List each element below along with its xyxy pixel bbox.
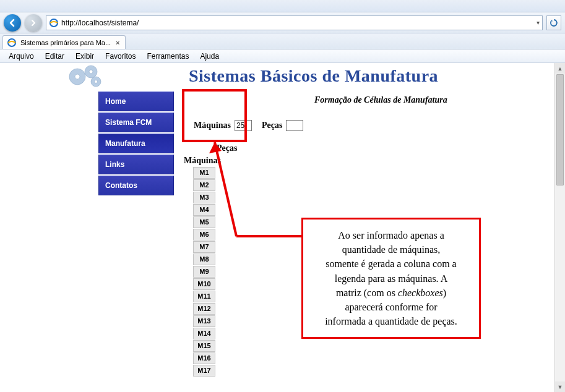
callout-text: matriz (com os bbox=[336, 288, 398, 298]
page-subtitle: Formação de Células de Manufatura bbox=[314, 95, 447, 105]
tab-active[interactable]: Sistemas primários para Ma... × bbox=[2, 35, 126, 49]
machine-cell: M14 bbox=[193, 328, 215, 339]
sidebar-item-manufatura[interactable]: Manufatura bbox=[98, 134, 174, 153]
forward-button[interactable] bbox=[25, 14, 42, 32]
machine-cell: M13 bbox=[193, 315, 215, 327]
browser-nav-bar: ▾ bbox=[0, 12, 565, 33]
tabs-row: Sistemas primários para Ma... × bbox=[0, 33, 565, 49]
svg-point-7 bbox=[95, 80, 98, 83]
sidebar-nav: Home Sistema FCM Manufatura Links Contat… bbox=[98, 92, 174, 197]
machine-cell: M1 bbox=[193, 167, 215, 179]
url-input[interactable] bbox=[61, 17, 534, 29]
annotation-callout: Ao ser informado apenas a quantidade de … bbox=[301, 218, 481, 339]
maquinas-label: Máquinas bbox=[194, 121, 231, 130]
machine-cell: M4 bbox=[193, 204, 215, 216]
machine-cell: M9 bbox=[193, 266, 215, 278]
machine-cell: M12 bbox=[193, 303, 215, 315]
machine-cell: M3 bbox=[193, 192, 215, 203]
machine-column: M1 M2 M3 M4 M5 M6 M7 M8 M9 M10 M11 M12 M… bbox=[193, 167, 215, 377]
callout-text: ) bbox=[443, 288, 446, 298]
callout-text: legenda para as máquinas. A bbox=[335, 273, 448, 284]
menu-ferramentas[interactable]: Ferramentas bbox=[142, 51, 194, 62]
machine-cell: M5 bbox=[193, 216, 215, 228]
callout-text: Ao ser informado apenas a bbox=[338, 230, 444, 241]
menu-exibir[interactable]: Exibir bbox=[71, 51, 99, 62]
maquinas-input[interactable] bbox=[235, 120, 252, 131]
machine-cell: M15 bbox=[193, 340, 215, 352]
machine-cell: M8 bbox=[193, 254, 215, 265]
form-row: Máquinas Peças bbox=[194, 120, 303, 131]
pecas-label: Peças bbox=[262, 121, 282, 130]
machine-cell: M7 bbox=[193, 241, 215, 253]
gears-logo-icon bbox=[65, 63, 108, 89]
annotation-highlight-box bbox=[182, 89, 247, 142]
dropdown-icon[interactable]: ▾ bbox=[537, 19, 540, 26]
scroll-down-icon[interactable]: ▼ bbox=[555, 381, 565, 392]
machine-cell: M10 bbox=[193, 278, 215, 290]
svg-point-5 bbox=[89, 70, 93, 74]
callout-text: informada a quantidade de peças. bbox=[325, 316, 457, 326]
matrix-pecas-header: Peças bbox=[217, 143, 237, 153]
scrollbar[interactable]: ▲ ▼ bbox=[554, 63, 565, 392]
sidebar-item-contatos[interactable]: Contatos bbox=[98, 176, 174, 195]
callout-text-em: checkboxes bbox=[398, 288, 443, 298]
window-titlebar bbox=[0, 0, 565, 12]
back-button[interactable] bbox=[4, 14, 21, 32]
machine-cell: M17 bbox=[193, 365, 215, 377]
svg-point-3 bbox=[75, 74, 80, 79]
address-bar: ▾ bbox=[46, 15, 543, 30]
tab-title: Sistemas primários para Ma... bbox=[20, 39, 111, 46]
machine-cell: M11 bbox=[193, 291, 215, 302]
scroll-thumb[interactable] bbox=[556, 74, 564, 185]
menu-bar: Arquivo Editar Exibir Favoritos Ferramen… bbox=[0, 49, 565, 63]
page-header: Sistemas Básicos de Manufatura bbox=[65, 63, 498, 89]
sidebar-item-home[interactable]: Home bbox=[98, 92, 174, 111]
machine-cell: M2 bbox=[193, 179, 215, 191]
page-content: Sistemas Básicos de Manufatura Formação … bbox=[0, 63, 565, 392]
pecas-input[interactable] bbox=[286, 120, 303, 131]
matrix-maquinas-header: Máquinas bbox=[184, 156, 221, 166]
machine-cell: M6 bbox=[193, 229, 215, 241]
sidebar-item-links[interactable]: Links bbox=[98, 155, 174, 174]
ie-icon bbox=[7, 38, 17, 48]
machine-cell: M16 bbox=[193, 352, 215, 364]
callout-text: quantidade de máquinas, bbox=[342, 244, 441, 255]
scroll-up-icon[interactable]: ▲ bbox=[555, 63, 565, 74]
menu-editar[interactable]: Editar bbox=[40, 51, 69, 62]
ie-icon bbox=[49, 18, 59, 28]
page-title: Sistemas Básicos de Manufatura bbox=[189, 66, 438, 86]
menu-ajuda[interactable]: Ajuda bbox=[195, 51, 224, 62]
callout-text: aparecerá conforme for bbox=[345, 302, 437, 312]
sidebar-item-sistema-fcm[interactable]: Sistema FCM bbox=[98, 113, 174, 132]
tab-close-icon[interactable]: × bbox=[114, 39, 121, 46]
menu-favoritos[interactable]: Favoritos bbox=[100, 51, 140, 62]
menu-arquivo[interactable]: Arquivo bbox=[4, 51, 39, 62]
reload-button[interactable] bbox=[546, 15, 561, 30]
callout-text: somente é gerada a coluna com a bbox=[326, 258, 456, 269]
